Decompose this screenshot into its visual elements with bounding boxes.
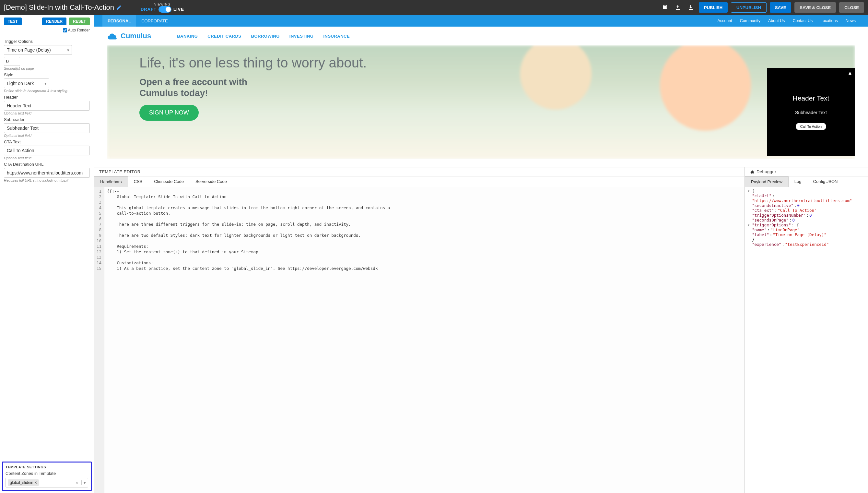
draft-live-switch[interactable] — [159, 6, 172, 13]
preview-top-strip: PERSONAL CORPORATE Account Community Abo… — [94, 15, 868, 27]
reset-button[interactable]: RESET — [69, 18, 90, 25]
logo[interactable]: Cumulus — [107, 32, 151, 40]
tab-css[interactable]: CSS — [128, 176, 149, 187]
tab-clientside[interactable]: Clientside Code — [148, 176, 190, 187]
nav-credit[interactable]: CREDIT CARDS — [207, 34, 241, 39]
subheader-label: Subheader — [4, 117, 90, 122]
page-title-text: [Demo] Slide-In with Call-To-Action — [4, 3, 114, 12]
link-about[interactable]: About Us — [764, 19, 789, 23]
template-settings: TEMPLATE SETTINGS Content Zones in Templ… — [2, 462, 92, 491]
bug-icon — [750, 170, 755, 174]
link-news[interactable]: News — [842, 19, 860, 23]
live-label: LIVE — [174, 7, 184, 12]
style-select[interactable]: Light on Dark — [4, 79, 49, 88]
template-settings-title: TEMPLATE SETTINGS — [5, 465, 88, 469]
topbar: [Demo] Slide-In with Call-To-Action VIEW… — [0, 0, 868, 15]
draft-label: DRAFT — [141, 7, 157, 12]
style-label: Style — [4, 72, 90, 77]
cta-help: Optional text field — [4, 156, 90, 160]
tab-handlebars[interactable]: Handlebars — [94, 176, 128, 187]
preview: PERSONAL CORPORATE Account Community Abo… — [94, 15, 868, 167]
chip-remove-icon[interactable]: × — [35, 480, 37, 485]
debugger-title: Debugger — [745, 167, 868, 176]
link-account[interactable]: Account — [714, 19, 736, 23]
unpublish-button[interactable]: UNPUBLISH — [731, 2, 767, 13]
style-help: Define slide-in background & text stylin… — [4, 89, 90, 93]
ctaurl-label: CTA Destination URL — [4, 162, 90, 167]
slidein-cta-button[interactable]: Call To Action — [796, 123, 826, 130]
subheader-help: Optional text field — [4, 134, 90, 137]
nav-investing[interactable]: INVESTING — [290, 34, 314, 39]
header-input[interactable] — [4, 101, 90, 111]
tab-personal[interactable]: PERSONAL — [102, 15, 136, 27]
viewing-toggle: VIEWING DRAFT LIVE — [141, 3, 184, 13]
signup-button[interactable]: SIGN UP NOW — [139, 105, 199, 121]
tab-serverside[interactable]: Serverside Code — [190, 176, 233, 187]
save-button[interactable]: SAVE — [770, 2, 791, 13]
autorender-label: Auto Render — [68, 28, 90, 33]
nav-insurance[interactable]: INSURANCE — [323, 34, 350, 39]
json-viewer[interactable]: ▾{ "ctaUrl" : "https://www.northerntrail… — [745, 187, 868, 493]
tab-corporate[interactable]: CORPORATE — [136, 15, 173, 27]
cta-label: CTA Text — [4, 140, 90, 144]
close-button[interactable]: CLOSE — [839, 2, 864, 13]
content-zones-select[interactable]: global_slidein × × ▾ — [5, 478, 88, 488]
nav-borrowing[interactable]: BORROWING — [251, 34, 280, 39]
viewing-label: VIEWING — [154, 3, 170, 6]
seconds-input[interactable] — [4, 57, 20, 66]
link-locations[interactable]: Locations — [817, 19, 842, 23]
header-help: Optional text field — [4, 111, 90, 115]
slidein-close-icon[interactable]: ✖ — [848, 71, 852, 76]
preview-logo-strip: Cumulus BANKING CREDIT CARDS BORROWING I… — [94, 27, 868, 45]
ctaurl-help: Requires full URL string including https… — [4, 178, 90, 182]
template-editor-title: TEMPLATE EDITOR — [94, 167, 745, 176]
debugger: Debugger Payload Preview Log Config JSON… — [745, 167, 868, 493]
upload-icon[interactable] — [673, 3, 683, 12]
link-community[interactable]: Community — [736, 19, 764, 23]
slidein-subheader: Subheader Text — [795, 110, 827, 115]
slidein-overlay: ✖ Header Text Subheader Text Call To Act… — [767, 68, 855, 156]
content-zone-chip: global_slidein × — [8, 479, 39, 486]
render-button[interactable]: RENDER — [42, 18, 66, 25]
sidebar: TEST RENDER RESET Auto Render Trigger Op… — [0, 15, 94, 493]
tab-log[interactable]: Log — [789, 176, 807, 187]
trigger-select[interactable]: Time on Page (Delay) — [4, 45, 72, 55]
page-title: [Demo] Slide-In with Call-To-Action — [4, 3, 121, 12]
tab-payload[interactable]: Payload Preview — [745, 176, 789, 187]
hero-subhead: Open a free account with Cumulus today! — [139, 77, 855, 98]
header-label: Header — [4, 95, 90, 100]
template-editor: TEMPLATE EDITOR Handlebars CSS Clientsid… — [94, 167, 745, 493]
save-close-button[interactable]: SAVE & CLOSE — [794, 2, 836, 13]
chevron-down-icon[interactable]: ▾ — [82, 480, 86, 485]
pencil-icon[interactable] — [117, 5, 121, 10]
trigger-label: Trigger Options — [4, 39, 90, 44]
tab-config[interactable]: Config JSON — [807, 176, 844, 187]
publish-button[interactable]: PUBLISH — [699, 2, 728, 13]
slidein-header: Header Text — [793, 94, 829, 102]
autorender-checkbox[interactable] — [63, 28, 67, 33]
content-zones-label: Content Zones in Template — [5, 471, 88, 476]
test-button[interactable]: TEST — [4, 18, 22, 25]
hero: Life, it's one less thing to worry about… — [107, 45, 855, 159]
copy-icon[interactable] — [660, 3, 670, 12]
link-contact[interactable]: Contact Us — [789, 19, 817, 23]
download-icon[interactable] — [686, 3, 695, 12]
cta-input[interactable] — [4, 146, 90, 155]
ctaurl-input[interactable] — [4, 168, 90, 178]
subheader-input[interactable] — [4, 123, 90, 133]
nav-banking[interactable]: BANKING — [177, 34, 198, 39]
seconds-help: Second(s) on page — [4, 66, 90, 70]
hero-headline: Life, it's one less thing to worry about… — [139, 55, 855, 71]
code-editor[interactable]: 123456789101112131415 {{!-- Global Templ… — [94, 187, 745, 493]
clear-all-icon[interactable]: × — [74, 480, 79, 485]
